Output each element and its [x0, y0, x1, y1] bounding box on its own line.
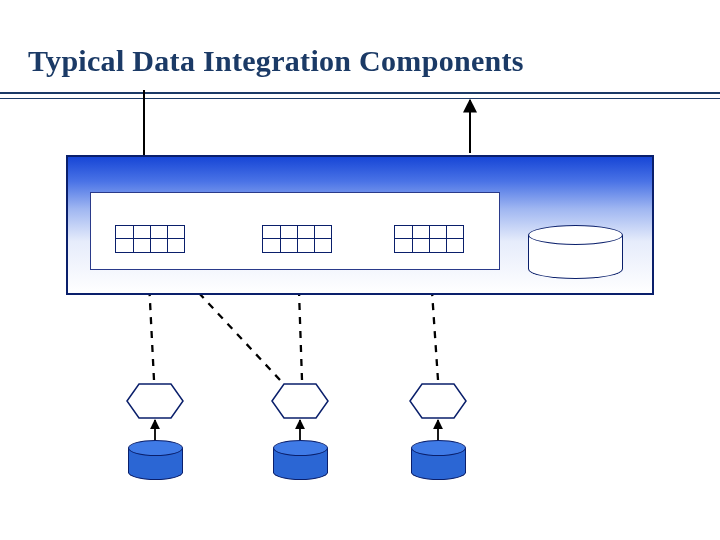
process-hexagon-3 — [398, 382, 478, 420]
staging-table-2 — [262, 225, 332, 253]
target-database-icon — [528, 225, 623, 275]
title-underline — [0, 92, 720, 94]
svg-marker-0 — [127, 384, 183, 418]
source-database-1 — [128, 440, 183, 478]
page-title: Typical Data Integration Components — [28, 44, 524, 78]
svg-marker-2 — [410, 384, 466, 418]
staging-table-3 — [394, 225, 464, 253]
process-hexagon-2 — [260, 382, 340, 420]
staging-table-1 — [115, 225, 185, 253]
slide-root: Typical Data Integration Components — [0, 0, 720, 540]
svg-marker-1 — [272, 384, 328, 418]
title-underline-thin — [0, 98, 720, 99]
source-database-3 — [411, 440, 466, 478]
source-database-2 — [273, 440, 328, 478]
process-hexagon-1 — [115, 382, 195, 420]
